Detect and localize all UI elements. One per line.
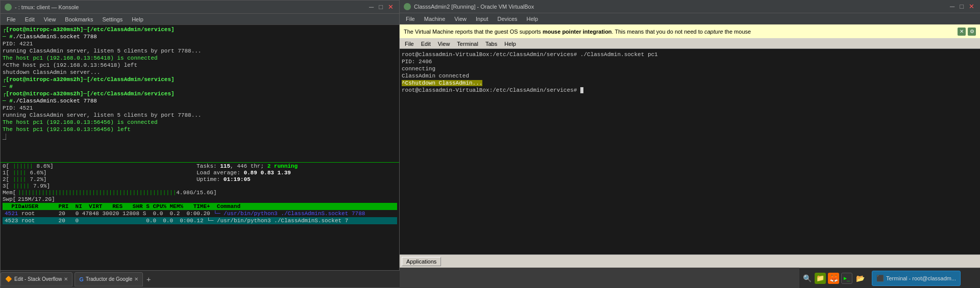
vbox-menu-file[interactable]: File — [402, 15, 419, 23]
htop-uptime: Uptime: 01:19:05 — [197, 176, 298, 183]
term-line: The host pc1 (192.168.0.13:56418) is con… — [3, 55, 397, 62]
menu-help[interactable]: Help — [128, 15, 148, 23]
taskbar-terminal-label: Terminal - root@classadm... — [886, 275, 956, 281]
browser-tab-google-translate[interactable]: G Traductor de Google ✕ — [75, 272, 143, 286]
vm-terminal[interactable]: root@classadmin-VirtualBox:/etc/ClassAdm… — [400, 49, 980, 254]
minimize-button[interactable]: ─ — [368, 3, 375, 11]
taskbar-left-icons: 🔍 📁 🦊 ▶_ 📂 — [799, 273, 868, 284]
cpu1-bar: 1[|||| 6.6%] — [3, 170, 191, 176]
vbox-minimize-button[interactable]: ─ — [948, 3, 956, 10]
vbox-title: ClasssAdmin2 [Running] - Oracle VM Virtu… — [414, 4, 534, 10]
vbox-menu-devices[interactable]: Devices — [493, 15, 521, 23]
vbox-titlebar-left: ClasssAdmin2 [Running] - Oracle VM Virtu… — [404, 3, 534, 10]
term-line: ┌[root@nitropc-a320ms2h]─[/etc/ClassAdmi… — [3, 76, 397, 83]
vbox-notification-bar: The Virtual Machine reports that the gue… — [400, 24, 980, 39]
tab-close-google[interactable]: ✕ — [134, 276, 138, 282]
htop-process-row-4523: 4523 root 20 0 0.0 0.0 0:00.12 └─ /usr/b… — [3, 217, 397, 224]
term-line: The host pc1 (192.168.0.13:56456) left — [3, 126, 397, 133]
vm-menu-terminal[interactable]: Terminal — [454, 40, 481, 47]
vm-applications-button[interactable]: Applications — [402, 257, 441, 266]
vbox-menubar: File Machine View Input Devices Help — [400, 13, 980, 24]
menu-bookmarks[interactable]: Bookmarks — [61, 15, 97, 23]
konsole-title: - : tmux: client — Konsole — [15, 4, 79, 10]
taskbar-terminal-icon: ⬛ — [876, 275, 884, 282]
vm-apps-bar: Applications — [400, 254, 980, 268]
taskbar-icon-folder[interactable]: 📂 — [854, 273, 866, 284]
vbox-close-button[interactable]: ✕ — [967, 3, 976, 10]
vm-menu-view[interactable]: View — [435, 40, 453, 47]
taskbar-icon-files[interactable]: 📁 — [815, 273, 826, 284]
term-line: PID: 4221 — [3, 40, 397, 47]
vbox-menu-view[interactable]: View — [450, 15, 471, 23]
term-line: ┌[root@nitropc-a320ms2h]─[/etc/ClassAdmi… — [3, 90, 397, 97]
vbox-titlebar-controls[interactable]: ─ □ ✕ — [948, 3, 976, 10]
term-line: running ClassAdmin server, listen 5 clie… — [3, 112, 397, 119]
maximize-button[interactable]: □ — [377, 3, 384, 11]
tab-label: Traductor de Google — [86, 276, 132, 282]
konsole-titlebar: - : tmux: client — Konsole ─ □ ✕ — [1, 1, 399, 14]
new-tab-button[interactable]: + — [143, 274, 154, 285]
term-line: ─ #./ClassAdminS.socket 7788 — [3, 33, 397, 40]
mem-bar: Mem[||||||||||||||||||||||||||||||||||||… — [3, 190, 191, 196]
vm-terminal-menubar: File Edit View Terminal Tabs Help — [400, 39, 980, 49]
tab-close-stackoverflow[interactable]: ✕ — [64, 276, 68, 282]
vbox-maximize-button[interactable]: □ — [958, 3, 965, 10]
tab-label: Edit - Stack Overflow — [14, 276, 62, 282]
vm-term-line-2: PID: 2406 — [402, 58, 978, 65]
menu-edit[interactable]: Edit — [21, 15, 39, 23]
vm-term-line-4: ClassAdmin connected — [402, 72, 978, 80]
terminal-area: ┌[root@nitropc-a320ms2h]─[/etc/ClassAdmi… — [1, 25, 399, 287]
konsole-icon — [5, 4, 12, 11]
vbox-icon — [404, 3, 411, 10]
htop-tasks: Tasks: 115, 446 thr; 2 running — [197, 163, 298, 170]
htop-process-header: PID▲USER PRI NI VIRT RES SHR S CPU% MEM%… — [3, 203, 397, 210]
vbox-titlebar: ClasssAdmin2 [Running] - Oracle VM Virtu… — [400, 0, 980, 13]
tmux-top-pane[interactable]: ┌[root@nitropc-a320ms2h]─[/etc/ClassAdmi… — [1, 25, 399, 163]
htop-process-row-4521: 4521 root 20 0 47848 30020 12808 S 0.0 0… — [3, 210, 397, 217]
term-line: ^CThe host pc1 (192.168.0.13:56418) left — [3, 62, 397, 69]
google-favicon: G — [79, 276, 84, 282]
taskbar-icon-search[interactable]: 🔍 — [801, 273, 813, 284]
menu-view[interactable]: View — [40, 15, 60, 23]
htop-area: 0[|||||| 8.6%] 1[|||| 6.6%] 2[|||| — [1, 163, 399, 287]
vm-term-line-6: root@classadmin-VirtualBox:/etc/ClassAdm… — [402, 87, 978, 94]
vm-term-line-5: ^Cshutdown ClassAdmin... — [402, 80, 978, 87]
term-line: The host pc1 (192.168.0.13:56456) is con… — [3, 119, 397, 126]
taskbar-icon-firefox[interactable]: 🦊 — [828, 273, 839, 284]
swp-bar: Swp[ 215M/17.2G] — [3, 196, 191, 203]
taskbar-terminal-button[interactable]: ⬛ Terminal - root@classadm... — [872, 271, 961, 286]
term-line: running ClassAdmin server, listen 5 clie… — [3, 47, 397, 55]
titlebar-controls[interactable]: ─ □ ✕ — [368, 3, 395, 11]
notification-close-btn[interactable]: ✕ — [958, 28, 966, 36]
tmux-bottom-pane: 0[|||||| 8.6%] 1[|||| 6.6%] 2[|||| — [1, 163, 399, 287]
menu-settings[interactable]: Settings — [98, 15, 127, 23]
term-line: PID: 4521 — [3, 104, 397, 112]
vm-menu-help[interactable]: Help — [501, 40, 519, 47]
vm-menu-tabs[interactable]: Tabs — [482, 40, 500, 47]
cpu0-bar: 0[|||||| 8.6%] — [3, 163, 191, 170]
cpu3-bar: 3[||||| 7.9%] — [3, 183, 191, 190]
vm-term-line-1: root@classadmin-VirtualBox:/etc/ClassAdm… — [402, 51, 978, 58]
menu-file[interactable]: File — [3, 15, 20, 23]
term-line: shutdown ClassAdmin server... — [3, 69, 397, 76]
vm-menu-edit[interactable]: Edit — [418, 40, 434, 47]
term-line: ┌[root@nitropc-a320ms2h]─[/etc/ClassAdmi… — [3, 26, 397, 33]
vbox-vm-inner: File Edit View Terminal Tabs Help root@c… — [400, 39, 980, 268]
host-taskbar: 🔍 📁 🦊 ▶_ 📂 ⬛ Terminal - root@classadm...… — [799, 268, 980, 288]
titlebar-left: - : tmux: client — Konsole — [5, 4, 79, 11]
right-panel: ClasssAdmin2 [Running] - Oracle VM Virtu… — [400, 0, 980, 288]
taskbar-icon-terminal-small[interactable]: ▶_ — [841, 273, 852, 284]
htop-load: Load average: 0.89 0.83 1.39 — [197, 170, 298, 176]
notification-text: The Virtual Machine reports that the gue… — [404, 29, 953, 35]
konsole-menubar: File Edit View Bookmarks Settings Help — [1, 14, 399, 25]
vbox-menu-input[interactable]: Input — [472, 15, 492, 23]
vbox-menu-machine[interactable]: Machine — [420, 15, 450, 23]
vm-term-line-3: connecting — [402, 65, 978, 72]
notification-settings-btn[interactable]: ⚙ — [968, 28, 976, 36]
term-cursor-line: █ — [3, 133, 397, 140]
close-button[interactable]: ✕ — [386, 3, 395, 11]
browser-tab-stackoverflow[interactable]: 🔶 Edit - Stack Overflow ✕ — [1, 272, 72, 286]
vbox-menu-help[interactable]: Help — [523, 15, 543, 23]
vm-menu-file[interactable]: File — [402, 40, 417, 47]
notification-close-buttons[interactable]: ✕ ⚙ — [958, 28, 976, 36]
